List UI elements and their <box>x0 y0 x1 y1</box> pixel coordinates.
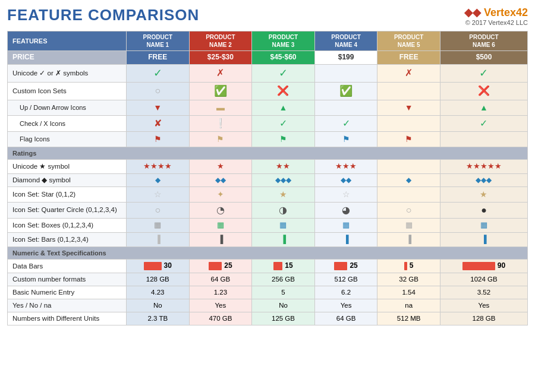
nf-p6: 1024 GB <box>440 273 527 286</box>
feature-diamond: Diamond ◆ symbol <box>8 173 127 187</box>
box-p2: ▦ <box>189 219 252 233</box>
db-p1: 30 <box>127 260 190 273</box>
databar-p2: 25 <box>192 261 250 271</box>
feature-custom-icon-sets: Custom Icon Sets <box>8 82 127 100</box>
nf-p1: 128 GB <box>127 273 190 286</box>
main-title: FEATURE COMPARISON <box>7 6 199 24</box>
header-row: FEATURES PRODUCTNAME 1 PRODUCTNAME 2 PRO… <box>8 31 528 51</box>
star-icon: ★★★★ <box>143 162 172 170</box>
unicode-p3: ✓ <box>252 64 315 82</box>
box-p3: ▦ <box>252 219 315 233</box>
checkx-row: Check / X Icons ✘ ❕ ✓ ✓ ✓ <box>8 115 528 132</box>
star-gold-icon: ★ <box>480 189 487 199</box>
db-p2: 25 <box>189 260 252 273</box>
price-p5: FREE <box>377 51 440 65</box>
star-p2: ★ <box>189 159 252 173</box>
box-icon: ▦ <box>342 220 350 229</box>
checkx-p5 <box>377 115 440 132</box>
price-label: PRICE <box>8 51 127 65</box>
feature-iconset-boxes: Icon Set: Boxes (0,1,2,3,4) <box>8 219 127 233</box>
dash-icon: ▬ <box>216 103 225 112</box>
unicode-p2: ✗ <box>189 64 252 82</box>
yn-p6: Yes <box>440 299 527 312</box>
circle-empty-icon: ○ <box>155 205 160 215</box>
db-value-p6: 90 <box>498 261 505 271</box>
unicode-p1: ✓ <box>127 64 190 82</box>
db-p6: 90 <box>440 260 527 273</box>
feature-flags: Flag Icons <box>8 132 127 147</box>
u-p2: 470 GB <box>189 312 252 325</box>
x-circle-icon: ❌ <box>478 86 490 96</box>
bars-icon: ▐ <box>218 235 223 244</box>
unicode-row: Unicode ✓ or ✗ symbols ✓ ✗ ✓ ✗ ✓ <box>8 64 528 82</box>
bar-visual <box>144 262 162 270</box>
box-icon: ▦ <box>154 220 161 229</box>
unicode-p5: ✗ <box>377 64 440 82</box>
bar-p6: ▐ <box>440 233 527 247</box>
checkx-p6: ✓ <box>440 115 527 132</box>
db-p4: 25 <box>314 260 377 273</box>
bars-icon: ▐ <box>406 235 411 244</box>
iconset-boxes-row: Icon Set: Boxes (0,1,2,3,4) ▦ ▦ ▦ ▦ ▦ ▦ <box>8 219 528 233</box>
flag-p2: ⚑ <box>189 132 252 147</box>
checkmark-icon: ✓ <box>279 67 288 79</box>
flag-icon: ⚑ <box>405 134 413 144</box>
star-p4: ★★★ <box>314 159 377 173</box>
price-row: PRICE FREE $25-$30 $45-$60 $199 FREE $50… <box>8 51 528 65</box>
u-p3: 125 GB <box>252 312 315 325</box>
ne-p5: 1.54 <box>377 286 440 299</box>
star-half-icon: ✦ <box>217 189 224 199</box>
star-gold-icon: ★ <box>279 189 287 199</box>
flag-p6 <box>440 132 527 147</box>
diamond-icon: ◆◆ <box>215 176 226 184</box>
star-p1: ★★★★ <box>127 159 190 173</box>
flag-p4: ⚑ <box>314 132 377 147</box>
feature-unicode: Unicode ✓ or ✗ symbols <box>8 64 127 82</box>
box-p1: ▦ <box>127 219 190 233</box>
star-row: Unicode ★ symbol ★★★★ ★ ★★ ★★★ ★★★★★ <box>8 159 528 173</box>
iconset-bars-row: Icon Set: Bars (0,1,2,3,4) ▐ ▐ ▐ ▐ ▐ ▐ <box>8 233 528 247</box>
feature-numfmt: Custom number formats <box>8 273 127 286</box>
feature-iconset-bars: Icon Set: Bars (0,1,2,3,4) <box>8 233 127 247</box>
yn-p4: Yes <box>314 299 377 312</box>
copyright: © 2017 Vertex42 LLC <box>464 19 528 26</box>
databar-p3: 15 <box>254 261 312 271</box>
yn-p2: Yes <box>189 299 252 312</box>
iconset-qcircle-row: Icon Set: Quarter Circle (0,1,2,3,4) ○ ◔… <box>8 202 528 219</box>
price-p3: $45-$60 <box>252 51 315 65</box>
bar-p2: ▐ <box>189 233 252 247</box>
flag-p5: ⚑ <box>377 132 440 147</box>
col-p1: PRODUCTNAME 1 <box>127 31 190 51</box>
bar-visual <box>273 262 282 270</box>
col-p5: PRODUCTNAME 5 <box>377 31 440 51</box>
qc-p2: ◔ <box>189 202 252 219</box>
page: FEATURE COMPARISON ◆◆ Vertex42 © 2017 Ve… <box>0 0 535 331</box>
nf-p4: 512 GB <box>314 273 377 286</box>
diamond-icon: ◆◆ <box>341 176 351 184</box>
box-icon: ▦ <box>480 220 487 229</box>
databars-row: Data Bars 30 25 15 <box>8 260 528 273</box>
databar-p6: 90 <box>443 261 525 271</box>
three-quarter-icon: ◕ <box>342 205 350 215</box>
qc-p4: ◕ <box>314 202 377 219</box>
flag-icon: ⚑ <box>216 134 224 144</box>
box-icon: ▦ <box>405 220 413 229</box>
check-circle-icon: ✅ <box>339 85 353 97</box>
bar-visual <box>209 262 222 270</box>
check-icon: ✓ <box>279 118 287 128</box>
diamond-p1: ◆ <box>127 173 190 187</box>
diamond-p5: ◆ <box>377 173 440 187</box>
checkmark-icon: ✓ <box>153 67 162 79</box>
db-value-p2: 25 <box>224 261 232 271</box>
col-features: FEATURES <box>8 31 127 51</box>
star-outline-icon: ☆ <box>154 189 162 199</box>
x-circle-icon: ❌ <box>277 86 289 96</box>
feature-iconset-star: Icon Set: Star (0,1,2) <box>8 187 127 202</box>
price-p2: $25-$30 <box>189 51 252 65</box>
comparison-table: FEATURES PRODUCTNAME 1 PRODUCTNAME 2 PRO… <box>7 31 528 325</box>
cis-p4: ✅ <box>314 82 377 100</box>
half-circle-icon: ◑ <box>279 205 287 215</box>
cross-icon: ✗ <box>405 68 413 78</box>
db-value-p4: 25 <box>350 261 357 271</box>
ne-p1: 4.23 <box>127 286 190 299</box>
